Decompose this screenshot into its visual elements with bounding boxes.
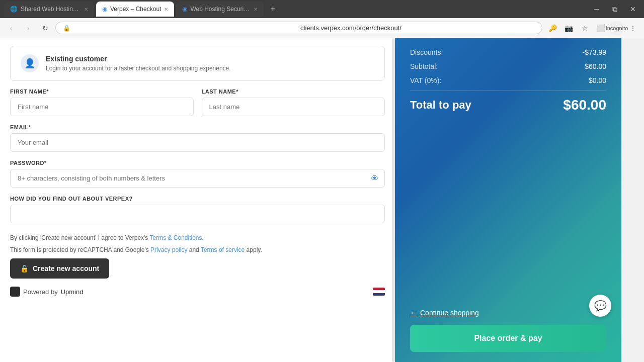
browser-titlebar: 🌐 Shared Web Hosting: Epic Sale... ✕ ◉ V… bbox=[0, 0, 644, 18]
source-label: HOW DID YOU FIND OUT ABOUT VERPEX? bbox=[10, 196, 385, 202]
subtotal-value: $60.00 bbox=[585, 62, 606, 70]
create-account-button[interactable]: 🔒 Create new account bbox=[10, 258, 109, 279]
chat-icon: 💬 bbox=[594, 300, 607, 312]
powered-by: Powered by Upmind bbox=[10, 287, 83, 297]
discounts-row: Discounts: -$73.99 bbox=[410, 48, 606, 56]
legal-text-2: This form is protected by reCAPTCHA and … bbox=[10, 245, 385, 254]
powered-by-label: Powered by bbox=[23, 288, 58, 296]
total-value: $60.00 bbox=[563, 97, 606, 113]
page-container: 👤 Existing customer Login to your accoun… bbox=[0, 38, 644, 362]
tab-2-title: Verpex – Checkout bbox=[110, 6, 161, 13]
tab-3-favicon: ◉ bbox=[182, 6, 187, 13]
tab-1-title: Shared Web Hosting: Epic Sale... bbox=[21, 6, 81, 13]
page-footer: Powered by Upmind bbox=[0, 279, 395, 297]
browser-chrome: 🌐 Shared Web Hosting: Epic Sale... ✕ ◉ V… bbox=[0, 0, 644, 38]
place-order-button[interactable]: Place order & pay bbox=[410, 325, 606, 352]
email-label: EMAIL* bbox=[10, 124, 385, 130]
bookmark-icon[interactable]: ☆ bbox=[578, 21, 592, 35]
place-order-label: Place order & pay bbox=[474, 334, 542, 342]
summary-divider bbox=[410, 90, 606, 91]
left-panel: 👤 Existing customer Login to your accoun… bbox=[0, 38, 395, 362]
upmind-icon bbox=[10, 287, 20, 297]
spacer bbox=[410, 178, 606, 309]
vat-label: VAT (0%): bbox=[410, 76, 441, 84]
email-input[interactable] bbox=[10, 133, 385, 152]
tab-1[interactable]: 🌐 Shared Web Hosting: Epic Sale... ✕ bbox=[4, 2, 94, 17]
discounts-value: -$73.99 bbox=[583, 48, 606, 56]
new-tab-button[interactable]: + bbox=[266, 2, 280, 16]
existing-customer-banner: 👤 Existing customer Login to your accoun… bbox=[10, 46, 385, 81]
forward-button[interactable]: › bbox=[21, 21, 35, 35]
existing-customer-text: Existing customer Login to your account … bbox=[46, 55, 231, 72]
profile-icon[interactable]: 🔑 bbox=[545, 21, 559, 35]
first-name-group: FIRST NAME* bbox=[10, 88, 194, 116]
tab-2[interactable]: ◉ Verpex – Checkout ✕ bbox=[96, 2, 174, 17]
tab-1-favicon: 🌐 bbox=[10, 6, 18, 13]
continue-shopping-link[interactable]: ← Continue shopping bbox=[410, 309, 606, 317]
subtotal-row: Subtotal: $60.00 bbox=[410, 62, 606, 70]
camera-icon[interactable]: 📷 bbox=[561, 21, 576, 35]
back-button[interactable]: ‹ bbox=[4, 21, 18, 35]
existing-customer-subtitle: Login to your account for a faster check… bbox=[46, 65, 231, 72]
last-name-label: LAST NAME* bbox=[202, 88, 385, 95]
vat-row: VAT (0%): $0.00 bbox=[410, 76, 606, 84]
password-input[interactable] bbox=[10, 169, 385, 188]
discounts-label: Discounts: bbox=[410, 48, 443, 56]
last-name-input[interactable] bbox=[202, 98, 385, 116]
name-row: FIRST NAME* LAST NAME* bbox=[10, 88, 385, 116]
tab-3-title: Web Hosting Security- Everyth... bbox=[190, 6, 251, 13]
menu-button[interactable]: ⋮ bbox=[626, 21, 640, 35]
last-name-group: LAST NAME* bbox=[202, 88, 385, 116]
upmind-link[interactable]: Upmind bbox=[61, 288, 84, 296]
total-row: Total to pay $60.00 bbox=[410, 97, 606, 113]
lock-icon: 🔒 bbox=[20, 264, 29, 273]
minimize-button[interactable]: ─ bbox=[590, 2, 604, 16]
browser-toolbar: ‹ › ↻ 🔒 clients.verpex.com/order/checkou… bbox=[0, 18, 644, 38]
terms-conditions-link[interactable]: Terms & Conditions bbox=[149, 234, 202, 241]
password-group: PASSWORD* 👁 bbox=[10, 160, 385, 188]
password-label: PASSWORD* bbox=[10, 160, 385, 166]
legal-text-1: By clicking 'Create new account' I agree… bbox=[10, 233, 385, 242]
tab-2-close[interactable]: ✕ bbox=[164, 7, 168, 12]
tab-1-close[interactable]: ✕ bbox=[84, 7, 88, 12]
chat-button[interactable]: 💬 bbox=[589, 295, 611, 317]
customer-icon: 👤 bbox=[21, 54, 39, 72]
arrow-left-icon: ← bbox=[410, 309, 417, 317]
address-bar[interactable]: 🔒 clients.verpex.com/order/checkout/ bbox=[55, 22, 542, 34]
subtotal-label: Subtotal: bbox=[410, 62, 438, 70]
create-account-label: Create new account bbox=[33, 264, 99, 273]
total-label: Total to pay bbox=[410, 99, 471, 112]
restore-button[interactable]: ⧉ bbox=[608, 2, 622, 16]
reload-button[interactable]: ↻ bbox=[38, 21, 52, 35]
source-input[interactable] bbox=[10, 205, 385, 223]
right-panel: Discounts: -$73.99 Subtotal: $60.00 VAT … bbox=[395, 38, 621, 362]
first-name-label: FIRST NAME* bbox=[10, 88, 194, 95]
vat-value: $0.00 bbox=[589, 76, 606, 84]
continue-shopping-label: Continue shopping bbox=[420, 309, 479, 317]
tab-3[interactable]: ◉ Web Hosting Security- Everyth... ✕ bbox=[176, 2, 264, 17]
first-name-input[interactable] bbox=[10, 98, 194, 116]
existing-customer-title: Existing customer bbox=[46, 55, 231, 63]
email-group: EMAIL* bbox=[10, 124, 385, 152]
password-wrapper: 👁 bbox=[10, 169, 385, 188]
tos-link[interactable]: Terms of service bbox=[201, 246, 245, 253]
source-group: HOW DID YOU FIND OUT ABOUT VERPEX? bbox=[10, 196, 385, 223]
show-password-icon[interactable]: 👁 bbox=[371, 174, 379, 183]
toolbar-icons: 🔑 📷 ☆ ⬜ Incognito ⋮ bbox=[545, 21, 640, 35]
tab-3-close[interactable]: ✕ bbox=[254, 7, 258, 12]
flag-icon[interactable] bbox=[373, 288, 385, 296]
checkout-form: FIRST NAME* LAST NAME* EMAIL* PASSWORD* … bbox=[0, 88, 395, 279]
close-button[interactable]: ✕ bbox=[626, 2, 640, 16]
privacy-policy-link[interactable]: Privacy policy bbox=[150, 246, 187, 253]
url-display: clients.verpex.com/order/checkout/ bbox=[300, 24, 535, 32]
incognito-label: Incognito bbox=[610, 21, 624, 35]
order-summary: Discounts: -$73.99 Subtotal: $60.00 VAT … bbox=[410, 48, 606, 178]
tab-2-favicon: ◉ bbox=[102, 6, 107, 13]
